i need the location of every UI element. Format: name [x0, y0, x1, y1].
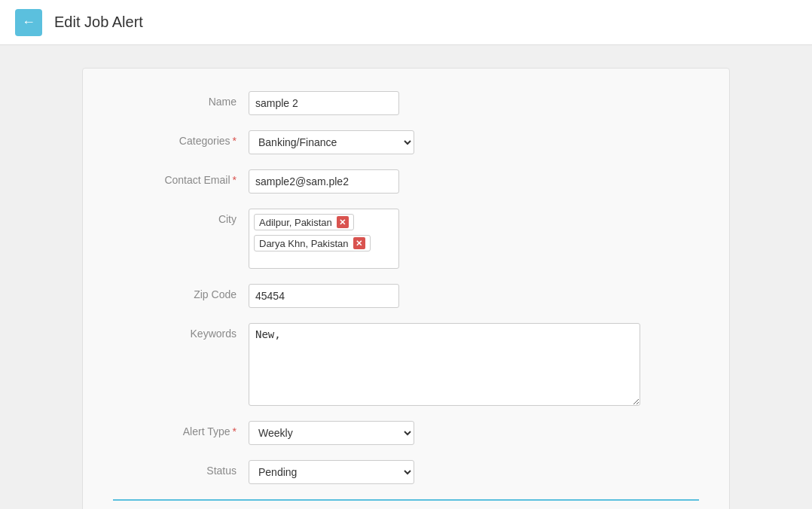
keywords-row: Keywords New,	[113, 323, 699, 406]
alert-type-select[interactable]: Weekly Daily Monthly	[249, 421, 414, 445]
status-select[interactable]: Pending Active Inactive	[249, 460, 414, 484]
name-row: Name	[113, 91, 699, 115]
categories-select[interactable]: Banking/Finance IT Healthcare Education	[249, 130, 414, 154]
back-button[interactable]: ←	[15, 9, 42, 36]
city-tag-2-name: Darya Khn, Pakistan	[259, 238, 349, 249]
name-input[interactable]	[249, 91, 399, 115]
city-row: City Adilpur, Pakistan ✕ Darya Khn, Paki…	[113, 209, 699, 269]
back-icon: ←	[22, 14, 35, 30]
city-box: Adilpur, Pakistan ✕ Darya Khn, Pakistan …	[249, 209, 399, 269]
alert-type-required: *	[233, 425, 237, 437]
categories-required: *	[233, 135, 237, 147]
divider	[113, 499, 699, 501]
keywords-label: Keywords	[113, 323, 249, 340]
header: ← Edit Job Alert	[0, 0, 812, 45]
alert-type-label: Alert Type*	[113, 421, 249, 437]
categories-row: Categories* Banking/Finance IT Healthcar…	[113, 130, 699, 154]
page-title: Edit Job Alert	[54, 14, 143, 31]
zip-code-label: Zip Code	[113, 284, 249, 300]
city-tag-2: Darya Khn, Pakistan ✕	[254, 235, 371, 251]
alert-type-row: Alert Type* Weekly Daily Monthly	[113, 421, 699, 445]
contact-email-row: Contact Email*	[113, 169, 699, 194]
city-tag-2-remove[interactable]: ✕	[353, 237, 365, 249]
keywords-textarea[interactable]: New,	[249, 323, 640, 406]
status-label: Status	[113, 460, 249, 477]
form-container: Name Categories* Banking/Finance IT Heal…	[82, 68, 730, 509]
city-tag-1: Adilpur, Pakistan ✕	[254, 214, 354, 230]
contact-email-required: *	[233, 174, 237, 186]
zip-code-input[interactable]	[249, 284, 399, 308]
contact-email-input[interactable]	[249, 169, 399, 194]
city-label: City	[113, 209, 249, 225]
contact-email-label: Contact Email*	[113, 169, 249, 186]
city-tag-1-name: Adilpur, Pakistan	[259, 217, 332, 228]
main-content: Name Categories* Banking/Finance IT Heal…	[0, 45, 812, 509]
status-row: Status Pending Active Inactive	[113, 460, 699, 484]
city-tag-1-remove[interactable]: ✕	[337, 216, 349, 228]
zip-code-row: Zip Code	[113, 284, 699, 308]
categories-label: Categories*	[113, 130, 249, 147]
name-label: Name	[113, 91, 249, 108]
